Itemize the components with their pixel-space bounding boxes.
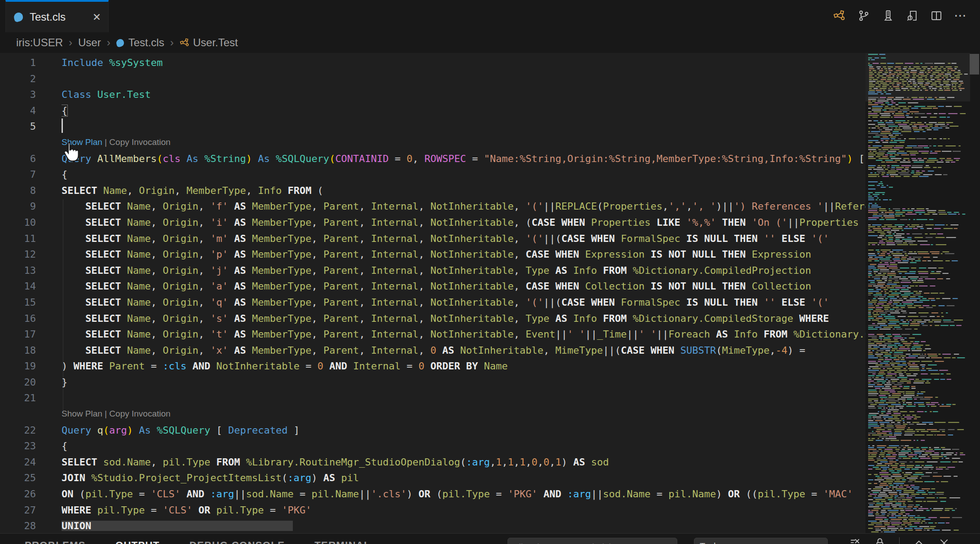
close-icon[interactable]: ✕	[93, 12, 101, 22]
line-number: 12	[0, 246, 36, 263]
code-line: 27WHERE pil.Type = 'CLS' OR pil.Type = '…	[0, 502, 865, 518]
code-line: 17 SELECT Name, Origin, 't' AS MemberTyp…	[0, 326, 865, 342]
line-number: 16	[0, 311, 36, 327]
output-channel-value: Tasks	[700, 541, 723, 544]
code-line: 21	[0, 390, 865, 406]
code-line: 12 SELECT Name, Origin, 'p' AS MemberTyp…	[0, 246, 865, 263]
panel-tabs: PROBLEMSOUTPUTDEBUG CONSOLETERMINAL	[25, 540, 371, 544]
code-line: 7{	[0, 167, 865, 183]
line-number: 20	[0, 374, 36, 390]
code-line: 15 SELECT Name, Origin, 'q' AS MemberTyp…	[0, 294, 865, 311]
panel-tab-terminal[interactable]: TERMINAL	[314, 540, 371, 544]
line-number: 28	[0, 518, 36, 534]
breadcrumb-separator: ›	[69, 36, 72, 49]
line-number: 7	[0, 167, 36, 183]
line-number: 24	[0, 454, 36, 470]
line-number: 8	[0, 183, 36, 199]
objectscript-file-icon	[13, 12, 24, 22]
line-number: 18	[0, 342, 36, 359]
codelens-link[interactable]: Copy Invocation	[109, 137, 170, 147]
codelens-row: Show Plan | Copy Invocation	[0, 135, 865, 151]
line-number: 3	[0, 87, 36, 103]
code-line: 13 SELECT Name, Origin, 'j' AS MemberTyp…	[0, 263, 865, 279]
maximize-panel-icon[interactable]	[913, 537, 925, 544]
line-number: 9	[0, 198, 36, 215]
split-editor-icon[interactable]	[929, 8, 944, 23]
breadcrumb-separator: ›	[107, 36, 110, 49]
code-line: 26ON (pil.Type = 'CLS' AND :arg||sod.Nam…	[0, 486, 865, 502]
line-number: 26	[0, 486, 36, 502]
objectscript-explorer-icon[interactable]	[832, 8, 847, 23]
line-number: 10	[0, 215, 36, 231]
code-line: 10 SELECT Name, Origin, 'i' AS MemberTyp…	[0, 215, 865, 231]
breadcrumb-item[interactable]: User	[78, 36, 101, 49]
line-number: 14	[0, 278, 36, 294]
vertical-scrollbar[interactable]	[970, 54, 979, 75]
line-number	[0, 135, 36, 151]
panel-tab-output[interactable]: OUTPUT	[115, 540, 160, 544]
code-line: 18 SELECT Name, Origin, 'x' AS MemberTyp…	[0, 342, 865, 359]
tab-bar: Test.cls ✕	[0, 0, 980, 32]
tab-label: Test.cls	[30, 11, 66, 23]
line-number: 27	[0, 502, 36, 518]
code-line: 5	[0, 118, 865, 135]
code-line: 16 SELECT Name, Origin, 's' AS MemberTyp…	[0, 311, 865, 327]
code-line: 11 SELECT Name, Origin, 'm' AS MemberTyp…	[0, 231, 865, 247]
minimap-slider[interactable]	[865, 53, 970, 101]
line-number: 19	[0, 358, 36, 374]
line-number: 5	[0, 118, 36, 135]
line-number: 6	[0, 151, 36, 167]
line-number: 25	[0, 470, 36, 486]
source-control-icon[interactable]	[856, 8, 871, 23]
close-panel-icon[interactable]	[938, 537, 950, 544]
text-cursor	[62, 118, 63, 133]
line-number: 1	[0, 55, 36, 71]
line-number: 13	[0, 263, 36, 279]
line-number: 22	[0, 422, 36, 439]
code-line: 8SELECT Name, Origin, MemberType, Info F…	[0, 183, 865, 199]
panel-tab-problems[interactable]: PROBLEMS	[25, 540, 86, 544]
tab-test-cls[interactable]: Test.cls ✕	[5, 0, 109, 32]
class-symbol-icon	[180, 38, 190, 48]
output-channel-select[interactable]: Tasks	[694, 538, 828, 544]
more-actions-icon[interactable]: ⋯	[953, 8, 968, 23]
code-line: 19) WHERE Parent = :cls AND NotInheritab…	[0, 358, 865, 374]
output-filter-input[interactable]	[508, 538, 677, 544]
line-number	[0, 406, 36, 422]
code-line: 28UNION	[0, 518, 865, 534]
codelens-link[interactable]: Show Plan	[62, 409, 102, 418]
code-line: 14 SELECT Name, Origin, 'a' AS MemberTyp…	[0, 278, 865, 294]
code-line: 3Class User.Test	[0, 87, 865, 103]
codelens-row: Show Plan | Copy Invocation	[0, 406, 865, 422]
line-number: 4	[0, 103, 36, 119]
minimap[interactable]	[865, 53, 970, 535]
panel-actions	[849, 537, 950, 544]
breadcrumb-separator: ›	[170, 36, 174, 49]
code-line: 24SELECT sod.Name, pil.Type FROM %Librar…	[0, 454, 865, 470]
panel-actions-separator	[899, 537, 900, 544]
code-line: 22Query q(arg) As %SQLQuery [ Deprecated…	[0, 422, 865, 439]
lock-scroll-icon[interactable]	[874, 537, 886, 544]
breadcrumb: iris:USER›User›Test.cls›User.Test	[16, 32, 238, 53]
code-line: 25JOIN %Studio.Project_ProjectItemsList(…	[0, 470, 865, 486]
code-line: 9 SELECT Name, Origin, 'f' AS MemberType…	[0, 198, 865, 215]
breadcrumb-item[interactable]: iris:USER	[16, 36, 63, 49]
open-changes-icon[interactable]	[905, 8, 920, 23]
line-number: 2	[0, 71, 36, 87]
panel-tab-debug-console[interactable]: DEBUG CONSOLE	[190, 540, 285, 544]
line-number: 11	[0, 231, 36, 247]
code-rows: 1Include %sySystem23Class User.Test4{5Sh…	[0, 55, 865, 534]
code-line: 20}	[0, 374, 865, 390]
codelens-link[interactable]: Show Plan	[62, 137, 102, 147]
clear-output-icon[interactable]	[849, 537, 861, 544]
breadcrumb-item[interactable]: User.Test	[193, 36, 238, 49]
code-line: 2	[0, 71, 865, 87]
line-number: 17	[0, 326, 36, 342]
codelens-link[interactable]: Copy Invocation	[109, 409, 170, 418]
code-editor[interactable]: 1Include %sySystem23Class User.Test4{5Sh…	[0, 53, 865, 535]
file-blob-icon	[115, 38, 125, 48]
server-actions-icon[interactable]	[880, 8, 896, 23]
line-number: 15	[0, 294, 36, 311]
breadcrumb-item[interactable]: Test.cls	[128, 36, 164, 49]
line-number: 23	[0, 438, 36, 454]
